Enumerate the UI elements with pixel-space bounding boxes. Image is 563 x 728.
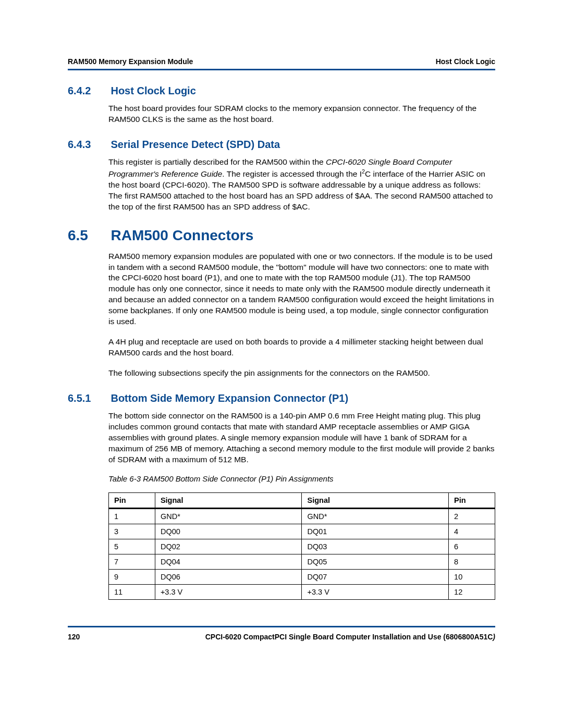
cell-pin: 12	[449, 585, 495, 600]
page-number: 120	[68, 633, 80, 641]
paragraph: The host board provides four SDRAM clock…	[108, 103, 495, 125]
cell-pin: 7	[109, 554, 155, 570]
page-footer: 120 CPCI-6020 CompactPCI Single Board Co…	[68, 633, 495, 641]
table-row: 5 DQ02 DQ03 6	[109, 539, 495, 554]
section-number: 6.5.1	[68, 392, 108, 404]
paragraph: A 4H plug and receptacle are used on bot…	[108, 337, 495, 359]
text-fragment: This register is partially described for…	[108, 157, 326, 166]
section-6-5-heading: 6.5 RAM500 Connectors	[68, 227, 495, 244]
cell-signal: +3.3 V	[302, 585, 449, 600]
cell-signal: DQ06	[155, 570, 302, 585]
section-6-5-1-body: The bottom side connector on the RAM500 …	[108, 411, 495, 600]
cell-signal: DQ01	[302, 524, 449, 539]
table-caption: Table 6-3 RAM500 Bottom Side Connector (…	[108, 474, 495, 483]
footer-doc-id: CPCI-6020 CompactPCI Single Board Comput…	[205, 633, 495, 641]
table-row: 1 GND* GND* 2	[109, 509, 495, 524]
cell-signal: GND*	[155, 509, 302, 524]
cell-signal: DQ07	[302, 570, 449, 585]
paragraph: This register is partially described for…	[108, 157, 495, 213]
cell-pin: 8	[449, 554, 495, 570]
section-number: 6.5	[68, 227, 108, 244]
cell-pin: 2	[449, 509, 495, 524]
text-fragment: . The register is accessed through the I	[222, 169, 362, 178]
cell-pin: 1	[109, 509, 155, 524]
table-row: 7 DQ04 DQ05 8	[109, 554, 495, 570]
col-header-pin: Pin	[109, 493, 155, 509]
header-right: Host Clock Logic	[436, 57, 495, 66]
cell-pin: 3	[109, 524, 155, 539]
section-title: Bottom Side Memory Expansion Connector (…	[111, 392, 348, 404]
pin-assignments-table: Pin Signal Signal Pin 1 GND* GND* 2 3 DQ…	[108, 492, 495, 600]
cell-pin: 5	[109, 539, 155, 554]
cell-signal: DQ00	[155, 524, 302, 539]
section-number: 6.4.2	[68, 85, 108, 97]
section-number: 6.4.3	[68, 139, 108, 151]
paragraph: The bottom side connector on the RAM500 …	[108, 411, 495, 465]
cell-signal: GND*	[302, 509, 449, 524]
header-rule	[68, 69, 495, 70]
section-6-4-2-body: The host board provides four SDRAM clock…	[108, 103, 495, 125]
table-row: 3 DQ00 DQ01 4	[109, 524, 495, 539]
cell-pin: 9	[109, 570, 155, 585]
cell-pin: 6	[449, 539, 495, 554]
section-6-4-3-body: This register is partially described for…	[108, 157, 495, 213]
cell-pin: 11	[109, 585, 155, 600]
section-title: RAM500 Connectors	[111, 227, 253, 244]
section-6-5-1-heading: 6.5.1 Bottom Side Memory Expansion Conne…	[68, 392, 495, 404]
table-row: 9 DQ06 DQ07 10	[109, 570, 495, 585]
cell-signal: DQ05	[302, 554, 449, 570]
footer-text: CPCI-6020 CompactPCI Single Board Comput…	[205, 633, 493, 641]
footer-italic: )	[493, 633, 495, 641]
table-row: 11 +3.3 V +3.3 V 12	[109, 585, 495, 600]
section-title: Serial Presence Detect (SPD) Data	[111, 139, 280, 151]
section-title: Host Clock Logic	[111, 85, 195, 97]
cell-signal: +3.3 V	[155, 585, 302, 600]
table-header-row: Pin Signal Signal Pin	[109, 493, 495, 509]
col-header-signal: Signal	[302, 493, 449, 509]
section-6-4-3-heading: 6.4.3 Serial Presence Detect (SPD) Data	[68, 139, 495, 151]
paragraph: RAM500 memory expansion modules are popu…	[108, 251, 495, 327]
cell-pin: 4	[449, 524, 495, 539]
cell-signal: DQ02	[155, 539, 302, 554]
paragraph: The following subsections specify the pi…	[108, 368, 495, 379]
section-6-5-body: RAM500 memory expansion modules are popu…	[108, 251, 495, 379]
page-header: RAM500 Memory Expansion Module Host Cloc…	[68, 57, 495, 66]
header-left: RAM500 Memory Expansion Module	[68, 57, 193, 66]
section-6-4-2-heading: 6.4.2 Host Clock Logic	[68, 85, 495, 97]
cell-pin: 10	[449, 570, 495, 585]
col-header-signal: Signal	[155, 493, 302, 509]
col-header-pin: Pin	[449, 493, 495, 509]
footer-rule	[68, 626, 495, 627]
document-page: RAM500 Memory Expansion Module Host Cloc…	[0, 0, 563, 672]
cell-signal: DQ03	[302, 539, 449, 554]
cell-signal: DQ04	[155, 554, 302, 570]
